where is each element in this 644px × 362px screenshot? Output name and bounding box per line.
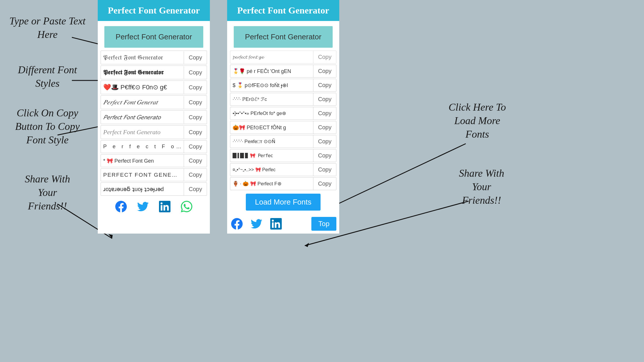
copy-button[interactable]: Copy	[184, 183, 207, 195]
font-preview: 𝑃𝑒𝑟𝑓𝑒𝑐𝑡 𝐹𝑜𝑛𝑡 𝐺𝑒𝑛𝑒𝑟𝑎𝑡	[101, 96, 184, 109]
font-preview: 🎃🎀 PEf⊙ECT fÔNt g	[230, 122, 313, 134]
copy-button[interactable]: Copy	[184, 155, 207, 167]
table-row: Perfect Font Generato Copy	[101, 125, 207, 139]
table-row: 🎖️🌹 pé r FEČt 'Ont gEN Copy	[230, 65, 336, 78]
annotation-type-paste: Type or Paste Text Here	[9, 14, 86, 41]
table-row: ɹoʇɐɹǝuǝƃ ʇuoɟ ʇɔǝɟɹǝd Copy	[101, 182, 207, 196]
font-preview: ❤️🎩 P€ff€⊙ F0n⊙ g€	[101, 81, 184, 94]
font-preview: 🎖️🌹 pé r FEČt 'Ont gEN	[230, 65, 313, 77]
font-preview: ·'·'·'·'· Pеяfe□т ⊙⊙N̈	[230, 136, 313, 147]
panel2-bottom-bar: Top	[227, 214, 339, 234]
panel2-header: Perfect Font Generator	[227, 0, 339, 21]
font-preview: $ 🎖️ p⊙fFE⊙⊙ foŃt ɟ⊕I	[230, 79, 313, 91]
font-preview: PERFECT FONT GENERATOR	[101, 169, 184, 181]
copy-button[interactable]: Copy	[313, 121, 336, 134]
table-row: 𝑃𝑒𝑟𝑓𝑒𝑐𝑡 𝐹𝑜𝑛𝑡 𝐺𝑒𝑛𝑒𝑟𝑎𝑡 Copy	[101, 95, 207, 109]
copy-button[interactable]: Copy	[313, 178, 336, 190]
panels-container: Perfect Font Generator 𝔓𝔢𝔯𝔣𝔢𝔠𝔱 𝔉𝔬𝔫𝔱 𝔊𝔢𝔫𝔢…	[89, 0, 348, 234]
copy-button[interactable]: Copy	[184, 140, 207, 153]
copy-button[interactable]: Copy	[313, 93, 336, 105]
panel-1: Perfect Font Generator 𝔓𝔢𝔯𝔣𝔢𝔠𝔱 𝔉𝔬𝔫𝔱 𝔊𝔢𝔫𝔢…	[98, 0, 210, 234]
annotation-different-fonts: Different FontStyles	[9, 63, 86, 90]
top-button[interactable]: Top	[311, 217, 336, 231]
panel2-social-bar	[230, 217, 283, 231]
copy-button[interactable]: Copy	[184, 96, 207, 109]
copy-button[interactable]: Copy	[184, 51, 207, 64]
table-row: P e r f e c t F o n t Copy	[101, 140, 207, 153]
font-preview: ¤„•°~„•..>> 🎀 Perfec	[230, 164, 313, 175]
table-row: * 🎀 Perfect Font Gen Copy	[101, 154, 207, 167]
font-preview: ·'·'·'· ℙEr⊙ℰᵃ ℱc	[230, 93, 313, 105]
copy-button[interactable]: Copy	[313, 79, 336, 91]
copy-button[interactable]: Copy	[184, 126, 207, 138]
font-preview: Perfect Font Generato	[101, 126, 184, 139]
copy-button[interactable]: Copy	[184, 169, 207, 181]
linkedin-icon-2[interactable]	[269, 217, 283, 231]
table-row: 𝔓𝔢𝔯𝔣𝔢𝔠𝔱 𝔉𝔬𝔫𝔱 𝔊𝔢𝔫𝔢𝔯𝔞𝔱𝔬𝔯 Copy	[101, 51, 207, 64]
copy-button[interactable]: Copy	[184, 66, 207, 79]
load-more-button[interactable]: Load More Fonts	[246, 194, 321, 211]
twitter-icon[interactable]	[136, 200, 150, 213]
annotation-click-copy: Click On CopyButton To CopyFont Style	[6, 106, 89, 147]
copy-button[interactable]: Copy	[184, 111, 207, 124]
twitter-icon-2[interactable]	[250, 217, 263, 231]
whatsapp-icon[interactable]	[180, 200, 193, 213]
font-preview: 𝘗𝘦𝘳𝘧𝘦𝘤𝘵 𝘍𝘰𝘯𝘵 𝘎𝘦𝘯𝘦𝘳𝘢𝘵𝘰	[101, 111, 184, 124]
annotation-share-right: Share WithYourFriends!!	[443, 167, 520, 207]
copy-button[interactable]: Copy	[313, 51, 336, 63]
font-preview: •]••°•°•» PErfeOt fo* ge⊛	[230, 107, 313, 119]
font-preview: 𝕻𝖊𝖗𝖋𝖊𝖈𝖙 𝕱𝖔𝖓𝖙 𝕲𝖊𝖓𝖊𝖗𝖆𝖙𝖔𝖗	[101, 66, 184, 79]
table-row: █▌▌█▌█ 🎀 Perfec Copy	[230, 149, 336, 162]
font-preview: 🏺 · 🎃 🎀 Perfect F⊛	[230, 178, 313, 190]
table-row: 🏺 · 🎃 🎀 Perfect F⊛ Copy	[230, 177, 336, 190]
panel-2: Perfect Font Generator 𝓹𝓮𝓻𝓯𝓮𝓬𝓽 𝓯𝓸𝓷𝓽 𝓰𝓮 C…	[227, 0, 339, 234]
table-row: 𝕻𝖊𝖗𝖋𝖊𝖈𝖙 𝕱𝖔𝖓𝖙 𝕲𝖊𝖓𝖊𝖗𝖆𝖙𝖔𝖗 Copy	[101, 66, 207, 79]
copy-button[interactable]: Copy	[313, 163, 336, 176]
panel1-font-list: 𝔓𝔢𝔯𝔣𝔢𝔠𝔱 𝔉𝔬𝔫𝔱 𝔊𝔢𝔫𝔢𝔯𝔞𝔱𝔬𝔯 Copy 𝕻𝖊𝖗𝖋𝖊𝖈𝖙 𝕱𝖔𝖓𝖙…	[98, 51, 210, 196]
table-row: ❤️🎩 P€ff€⊙ F0n⊙ g€ Copy	[101, 80, 207, 94]
table-row: $ 🎖️ p⊙fFE⊙⊙ foŃt ɟ⊕I Copy	[230, 79, 336, 92]
annotation-click-load: Click Here ToLoad MoreFonts	[437, 101, 518, 141]
table-row: 𝓹𝓮𝓻𝓯𝓮𝓬𝓽 𝓯𝓸𝓷𝓽 𝓰𝓮 Copy	[230, 51, 336, 63]
copy-button[interactable]: Copy	[313, 149, 336, 162]
font-preview: * 🎀 Perfect Font Gen	[101, 155, 184, 167]
linkedin-icon[interactable]	[158, 200, 172, 213]
annotation-share-left: Share WithYourFriends!!	[9, 172, 86, 213]
panel1-social-bar	[98, 196, 210, 216]
panel2-font-list: 𝓹𝓮𝓻𝓯𝓮𝓬𝓽 𝓯𝓸𝓷𝓽 𝓰𝓮 Copy 🎖️🌹 pé r FEČt 'Ont …	[227, 51, 339, 190]
font-preview: 𝔓𝔢𝔯𝔣𝔢𝔠𝔱 𝔉𝔬𝔫𝔱 𝔊𝔢𝔫𝔢𝔯𝔞𝔱𝔬𝔯	[101, 51, 184, 64]
font-preview: █▌▌█▌█ 🎀 Perfec	[230, 150, 313, 161]
table-row: ·'·'·'·'· Pеяfe□т ⊙⊙N̈ Copy	[230, 135, 336, 148]
font-preview: ɹoʇɐɹǝuǝƃ ʇuoɟ ʇɔǝɟɹǝd	[101, 183, 184, 195]
copy-button[interactable]: Copy	[313, 135, 336, 148]
font-preview: P e r f e c t F o n t	[101, 141, 184, 153]
facebook-icon[interactable]	[114, 200, 128, 213]
svg-marker-11	[305, 243, 309, 247]
table-row: 𝘗𝘦𝘳𝘧𝘦𝘤𝘵 𝘍𝘰𝘯𝘵 𝘎𝘦𝘯𝘦𝘳𝘢𝘵𝘰 Copy	[101, 110, 207, 124]
table-row: ¤„•°~„•..>> 🎀 Perfec Copy	[230, 163, 336, 176]
copy-button[interactable]: Copy	[313, 65, 336, 77]
panel1-header: Perfect Font Generator	[98, 0, 210, 21]
copy-button[interactable]: Copy	[313, 107, 336, 120]
panel1-text-input[interactable]	[104, 26, 203, 48]
table-row: •]••°•°•» PErfeOt fo* ge⊛ Copy	[230, 107, 336, 120]
table-row: ·'·'·'· ℙEr⊙ℰᵃ ℱc Copy	[230, 93, 336, 106]
table-row: 🎃🎀 PEf⊙ECT fÔNt g Copy	[230, 121, 336, 134]
panel2-text-input[interactable]	[234, 26, 332, 48]
svg-marker-7	[108, 234, 113, 238]
table-row: PERFECT FONT GENERATOR Copy	[101, 168, 207, 181]
facebook-icon-2[interactable]	[230, 217, 244, 231]
copy-button[interactable]: Copy	[184, 81, 207, 94]
font-preview: 𝓹𝓮𝓻𝓯𝓮𝓬𝓽 𝓯𝓸𝓷𝓽 𝓰𝓮	[230, 51, 313, 63]
